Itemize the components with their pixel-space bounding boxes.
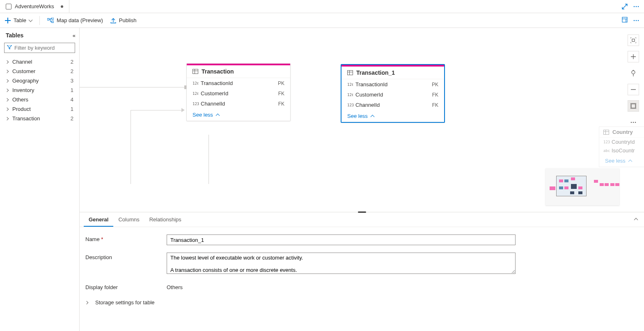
- tab-general[interactable]: General: [84, 212, 113, 227]
- minimap-node: [594, 180, 598, 183]
- column-row[interactable]: 123ChannelIdFK: [341, 100, 444, 110]
- chevron-right-icon: [5, 107, 9, 110]
- mapdata-button[interactable]: Map data (Preview): [47, 17, 103, 23]
- sidebar-item-transaction[interactable]: Transaction2: [0, 114, 79, 123]
- relationship-line: [131, 110, 184, 110]
- minimap-node: [610, 183, 614, 186]
- columns-toggle-icon[interactable]: [622, 17, 628, 24]
- publish-label: Publish: [119, 17, 137, 23]
- table-button[interactable]: Table: [5, 17, 32, 23]
- sidebar-item-channel[interactable]: Channel2: [0, 57, 79, 67]
- minimap-node: [564, 186, 568, 189]
- minimap[interactable]: [545, 168, 619, 205]
- zoom-out-button[interactable]: [628, 84, 639, 95]
- database-icon: [6, 4, 11, 9]
- svg-point-1: [636, 6, 637, 7]
- toolbar: Table Map data (Preview) Publish: [0, 13, 644, 28]
- svg-point-2: [638, 6, 639, 7]
- more-icon[interactable]: [633, 6, 639, 7]
- minimap-node: [570, 191, 574, 194]
- file-tab[interactable]: AdventureWorks: [0, 0, 69, 13]
- sidebar-item-customer[interactable]: Customer2: [0, 67, 79, 76]
- table-button-label: Table: [14, 17, 26, 23]
- sidebar-item-inventory[interactable]: Inventory1: [0, 85, 79, 95]
- chevron-up-icon: [628, 160, 632, 164]
- mapdata-icon: [47, 18, 54, 23]
- see-less-link[interactable]: See less: [187, 109, 290, 121]
- column-row[interactable]: 12ℓTransactionIdPK: [341, 79, 444, 90]
- svg-point-0: [634, 6, 635, 7]
- canvas-toolbar: [628, 34, 639, 133]
- name-input[interactable]: [167, 234, 516, 245]
- sidebar-item-product[interactable]: Product1: [0, 104, 79, 114]
- publish-button[interactable]: Publish: [110, 17, 137, 23]
- minimap-node: [550, 186, 555, 190]
- minimap-node: [605, 183, 609, 186]
- filter-icon: [7, 45, 12, 49]
- table-card-transaction-1[interactable]: Transaction_1 12ℓTransactionIdPK 12ℓCust…: [341, 64, 445, 123]
- svg-rect-16: [631, 104, 635, 108]
- zoom-slider-handle[interactable]: [628, 67, 639, 79]
- tab-columns[interactable]: Columns: [113, 212, 144, 227]
- collapse-sidebar-icon[interactable]: «: [73, 32, 74, 39]
- chevron-down-icon: [29, 18, 33, 22]
- sidebar-item-others[interactable]: Others4: [0, 95, 79, 104]
- publish-icon: [110, 18, 116, 23]
- zoom-in-button[interactable]: [628, 51, 639, 62]
- collapse-panel-icon[interactable]: [635, 216, 637, 223]
- column-row[interactable]: 12ℓCustomerIdFK: [341, 90, 444, 100]
- relationship-line: [209, 135, 209, 184]
- minimap-toggle-button[interactable]: [628, 100, 639, 112]
- tab-title: AdventureWorks: [15, 3, 54, 9]
- column-row[interactable]: 12ℓCustomerIdFK: [187, 88, 290, 99]
- fit-view-button[interactable]: [628, 34, 639, 46]
- displayfolder-value: Others: [167, 283, 516, 290]
- minimap-node: [578, 191, 582, 194]
- table-card-country-partial[interactable]: Country 123CountryId abcIsoCountr See le…: [599, 126, 644, 167]
- svg-point-9: [634, 20, 635, 21]
- storage-settings-toggle[interactable]: Storage settings for table: [85, 299, 638, 306]
- expand-icon[interactable]: [622, 4, 628, 9]
- chevron-up-icon: [215, 114, 220, 118]
- filter-input[interactable]: [4, 43, 75, 53]
- toolbar-more-icon[interactable]: [633, 20, 639, 21]
- chevron-right-icon: [85, 301, 88, 304]
- chevron-right-icon: [5, 79, 9, 82]
- minimap-node: [578, 186, 582, 189]
- arrow-right-icon: [181, 108, 185, 112]
- mapdata-label: Map data (Preview): [57, 17, 103, 23]
- tab-relationships[interactable]: Relationships: [144, 212, 186, 227]
- minimap-node: [615, 183, 619, 186]
- description-textarea[interactable]: [167, 253, 516, 274]
- svg-point-19: [635, 122, 636, 123]
- minimap-node: [600, 183, 604, 186]
- minimap-node: [571, 177, 575, 180]
- sidebar-item-geography[interactable]: Geography3: [0, 76, 79, 85]
- canvas[interactable]: Transaction 12ℓTransactionIdPK 12ℓCustom…: [80, 28, 644, 331]
- table-icon: [193, 69, 198, 74]
- name-label: Name: [85, 236, 100, 242]
- header-tab-bar: AdventureWorks: [0, 0, 644, 13]
- column-row[interactable]: 12ℓTransactionIdPK: [187, 78, 290, 88]
- svg-rect-6: [622, 17, 627, 22]
- tables-tree: Channel2 Customer2 Geography3 Inventory1…: [0, 56, 79, 124]
- svg-point-10: [636, 20, 637, 21]
- displayfolder-label: Display folder: [85, 283, 167, 290]
- svg-rect-5: [52, 21, 54, 23]
- main-area: Tables « Channel2 Customer2 Geography3 I…: [0, 28, 644, 331]
- sidebar: Tables « Channel2 Customer2 Geography3 I…: [0, 28, 80, 331]
- card-title: Transaction: [202, 68, 234, 75]
- chevron-right-icon: [5, 98, 9, 101]
- svg-rect-12: [632, 39, 635, 41]
- chevron-up-icon: [370, 115, 374, 119]
- minimap-node: [559, 186, 563, 189]
- see-less-link[interactable]: See less: [341, 110, 444, 122]
- properties-panel: General Columns Relationships Name * Des…: [80, 212, 644, 331]
- separator: [39, 16, 40, 25]
- column-row[interactable]: 123ChannelIdFK: [187, 99, 290, 109]
- chevron-right-icon: [5, 69, 9, 73]
- table-card-transaction[interactable]: Transaction 12ℓTransactionIdPK 12ℓCustom…: [186, 63, 291, 121]
- storage-settings-label: Storage settings for table: [95, 299, 155, 306]
- see-less-link[interactable]: See less: [599, 155, 644, 167]
- chevron-right-icon: [5, 117, 9, 120]
